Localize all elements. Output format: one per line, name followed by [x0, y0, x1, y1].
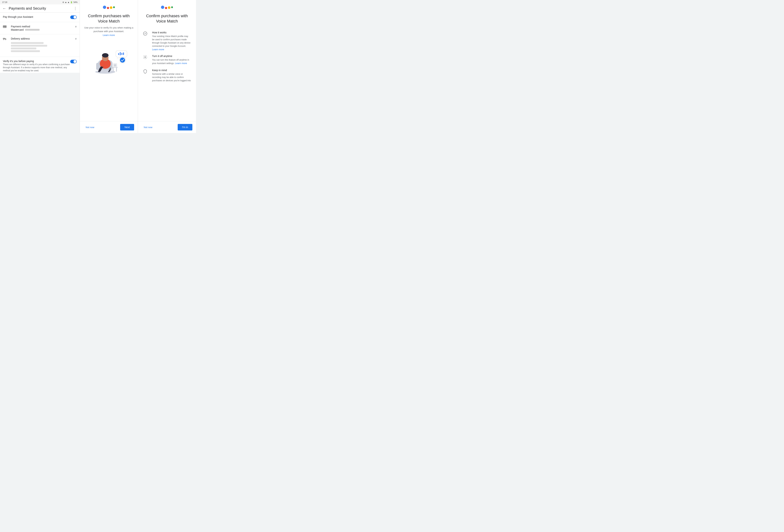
delivery-address-label: Delivery address	[11, 37, 47, 40]
truck-icon	[3, 37, 8, 41]
card-number-masked	[25, 29, 39, 31]
dot-green	[113, 6, 115, 8]
status-bar: 17:19 ⊖ ▲ ▲ 🔋 54%	[0, 0, 80, 4]
svg-point-29	[143, 32, 147, 35]
more-button[interactable]: ⋮	[74, 6, 77, 10]
address-line-2	[11, 45, 47, 47]
right-not-now-button[interactable]: Not now	[142, 124, 155, 130]
mid-learn-more-link[interactable]: Learn more	[103, 34, 115, 36]
turn-off-learn-more[interactable]: Learn more	[175, 62, 187, 64]
svg-point-28	[120, 58, 125, 63]
how-it-works-learn-more[interactable]: Learn more	[152, 48, 164, 51]
keep-in-mind-row: Keep in mind Someone with a similar voic…	[143, 69, 191, 82]
right-panel-header: Confirm purchases with Voice Match	[143, 5, 191, 26]
battery-icon: 🔋	[70, 1, 73, 3]
how-it-works-desc: Your existing Voice Match profile may be…	[152, 35, 191, 48]
svg-rect-2	[3, 27, 4, 27]
mid-panel: Confirm purchases with Voice Match Use y…	[80, 0, 138, 133]
svg-rect-0	[3, 25, 6, 28]
verify-row: Verify it's you before paying There are …	[0, 57, 80, 73]
svg-point-30	[145, 57, 146, 58]
turn-off-desc: You can turn this feature off anytime in…	[152, 58, 191, 65]
svg-rect-16	[113, 68, 114, 72]
dot-yellow	[110, 6, 112, 9]
address-line-4	[11, 50, 40, 52]
keep-in-mind-desc: Someone with a similar voice or recordin…	[152, 73, 191, 82]
toggle-knob	[74, 16, 76, 19]
toggle-knob-verify	[74, 60, 76, 63]
svg-rect-1	[3, 26, 6, 27]
payment-method-label: Payment method	[11, 25, 39, 28]
right-panel-content: Confirm purchases with Voice Match How i…	[138, 0, 196, 121]
svg-point-5	[5, 39, 6, 40]
left-panel: 17:19 ⊖ ▲ ▲ 🔋 54% ← Payments and Securit…	[0, 0, 80, 133]
address-block	[11, 40, 47, 54]
top-bar: ← Payments and Security ⋮	[0, 4, 80, 12]
battery-percent: 54%	[74, 1, 78, 3]
svg-rect-3	[3, 38, 5, 39]
svg-rect-23	[118, 53, 119, 55]
svg-point-4	[3, 39, 4, 40]
shield-icon	[143, 69, 149, 75]
keep-in-mind-text: Keep in mind Someone with a similar voic…	[152, 69, 191, 82]
dot-blue	[103, 6, 106, 9]
gear-icon	[143, 55, 149, 60]
right-panel-footer: Not now I'm in	[138, 121, 196, 133]
signal-icon: ▲	[67, 1, 69, 3]
minus-icon: ⊖	[62, 1, 64, 3]
pay-through-assistant-label: Pay through your Assistant	[3, 16, 33, 18]
how-it-works-row: How it works Your existing Voice Match p…	[143, 31, 191, 51]
turn-off-title: Turn it off anytime	[152, 55, 191, 58]
address-line-3	[11, 48, 36, 49]
svg-rect-25	[121, 53, 122, 55]
svg-rect-17	[116, 68, 117, 72]
right-panel: Confirm purchases with Voice Match How i…	[138, 0, 196, 133]
mid-panel-content: Confirm purchases with Voice Match Use y…	[80, 0, 138, 121]
pay-through-assistant-toggle[interactable]	[70, 16, 77, 19]
google-assistant-logo-right	[161, 5, 173, 9]
checkmark-circle-icon	[143, 31, 149, 37]
card-icon	[3, 25, 8, 29]
delivery-address-row[interactable]: Delivery address ∨	[0, 34, 80, 57]
dot-red-r	[165, 7, 167, 9]
back-button[interactable]: ←	[3, 6, 6, 10]
verify-toggle[interactable]	[70, 60, 77, 63]
pay-through-assistant-row[interactable]: Pay through your Assistant	[0, 12, 80, 22]
right-panel-heading: Confirm purchases with Voice Match	[143, 13, 191, 24]
status-icons: ⊖ ▲ ▲ 🔋 54%	[62, 1, 78, 3]
address-line-1	[11, 42, 44, 44]
verify-desc: There are different ways to verify it's …	[3, 63, 70, 72]
page-title: Payments and Security	[9, 6, 74, 10]
svg-rect-24	[120, 52, 121, 55]
verify-title: Verify it's you before paying	[3, 60, 70, 63]
status-time: 17:19	[2, 1, 7, 3]
mid-next-button[interactable]: Next	[120, 124, 134, 131]
settings-list: Pay through your Assistant Payment metho	[0, 12, 80, 73]
gray-bottom	[0, 73, 80, 133]
how-it-works-title: How it works	[152, 31, 191, 34]
svg-rect-26	[123, 52, 124, 55]
mid-panel-desc: Use your voice to verify it's you when m…	[84, 26, 133, 33]
payment-method-row[interactable]: Payment method Mastercard ∨	[0, 22, 80, 34]
payment-method-brand: Mastercard	[11, 28, 24, 31]
how-it-works-text: How it works Your existing Voice Match p…	[152, 31, 191, 51]
turn-off-text: Turn it off anytime You can turn this fe…	[152, 55, 191, 65]
mid-panel-footer: Not now Next	[80, 121, 138, 133]
payment-chevron: ∨	[75, 25, 77, 28]
svg-point-19	[114, 64, 116, 66]
address-chevron: ∨	[75, 37, 77, 40]
svg-point-14	[102, 53, 109, 58]
google-assistant-logo-mid	[103, 5, 115, 9]
keep-in-mind-title: Keep in mind	[152, 69, 191, 72]
wifi-icon: ▲	[65, 1, 67, 3]
dot-blue-r	[161, 6, 164, 9]
dot-yellow-r	[168, 6, 170, 9]
im-in-button[interactable]: I'm in	[178, 124, 192, 131]
dot-green-r	[171, 6, 173, 8]
turn-off-row: Turn it off anytime You can turn this fe…	[143, 55, 191, 65]
voice-match-illustration	[89, 40, 129, 76]
mid-not-now-button[interactable]: Not now	[83, 124, 96, 130]
dot-red	[107, 7, 109, 9]
mid-panel-heading: Confirm purchases with Voice Match	[84, 13, 133, 24]
